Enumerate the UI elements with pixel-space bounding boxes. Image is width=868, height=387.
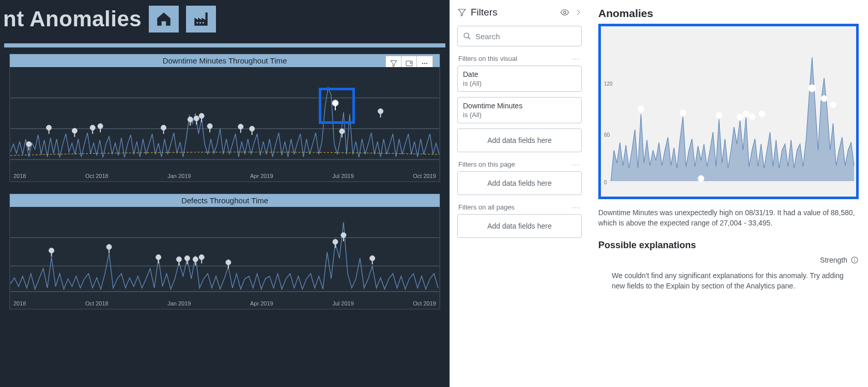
svg-point-29 bbox=[184, 256, 190, 261]
add-fields-visual[interactable]: Add data fields here bbox=[457, 128, 582, 152]
report-title: nt Anomalies bbox=[0, 7, 142, 31]
eye-icon[interactable] bbox=[560, 8, 569, 17]
svg-point-43 bbox=[743, 111, 749, 117]
svg-point-3 bbox=[426, 63, 427, 64]
filter-value: is (All) bbox=[463, 79, 576, 87]
svg-point-49 bbox=[698, 175, 704, 182]
funnel-icon bbox=[390, 59, 398, 68]
svg-point-20 bbox=[339, 128, 345, 134]
xtick: Oct 2019 bbox=[413, 300, 436, 307]
explanation-text: We couldn't find any significant explana… bbox=[598, 270, 859, 292]
downtime-chart-card[interactable]: Downtime Minutes Throughout Time bbox=[9, 54, 440, 182]
chart-title: Defects Throughout Time bbox=[10, 194, 440, 207]
xtick: Oct 2018 bbox=[85, 300, 109, 307]
x-axis-ticks: 2018 Oct 2018 Jan 2019 Apr 2019 Jul 2019… bbox=[10, 300, 439, 307]
svg-point-10 bbox=[90, 125, 95, 130]
xtick: Jan 2019 bbox=[167, 173, 191, 179]
svg-point-2 bbox=[424, 63, 425, 64]
svg-point-7 bbox=[26, 141, 32, 147]
xtick: Oct 2018 bbox=[85, 173, 109, 179]
svg-point-36 bbox=[564, 11, 566, 14]
filter-value: is (All) bbox=[463, 111, 576, 119]
svg-point-45 bbox=[759, 111, 765, 117]
svg-point-47 bbox=[821, 95, 827, 102]
home-icon bbox=[155, 10, 173, 28]
anomaly-description: Downtime Minutes was unexpectedly high o… bbox=[598, 207, 859, 229]
svg-point-39 bbox=[638, 106, 644, 112]
filter-name: Date bbox=[463, 70, 576, 78]
svg-point-9 bbox=[72, 128, 77, 133]
strength-header: Strength bbox=[598, 256, 859, 264]
svg-point-21 bbox=[378, 109, 383, 114]
info-icon[interactable] bbox=[850, 256, 859, 264]
anomalies-mini-chart[interactable]: 120 60 0 bbox=[598, 24, 859, 199]
filters-pane: Filters Search Filters on this visual···… bbox=[450, 0, 589, 387]
factory-icon bbox=[192, 10, 210, 28]
xtick: Oct 2019 bbox=[413, 173, 436, 179]
header-divider bbox=[4, 43, 445, 47]
xtick: Apr 2019 bbox=[250, 173, 273, 179]
svg-point-27 bbox=[156, 255, 161, 260]
xtick: Apr 2019 bbox=[250, 300, 273, 307]
add-fields-all[interactable]: Add data fields here bbox=[457, 214, 582, 238]
svg-point-41 bbox=[716, 112, 722, 118]
svg-point-1 bbox=[422, 63, 423, 64]
filters-on-all-section: Filters on all pages··· Add data fields … bbox=[457, 203, 582, 238]
svg-point-35 bbox=[370, 256, 375, 261]
defects-chart-area[interactable]: 2018 Oct 2018 Jan 2019 Apr 2019 Jul 2019… bbox=[10, 207, 440, 309]
xtick: 2018 bbox=[13, 300, 26, 307]
svg-point-48 bbox=[830, 102, 836, 108]
chevron-right-icon[interactable] bbox=[575, 9, 582, 16]
filter-card-downtime[interactable]: Downtime Minutes is (All) bbox=[457, 97, 582, 123]
defects-chart-card[interactable]: Defects Throughout Time 2018 bbox=[9, 194, 440, 310]
search-icon bbox=[463, 32, 471, 40]
svg-point-16 bbox=[207, 124, 212, 129]
svg-point-46 bbox=[809, 85, 816, 92]
strength-label: Strength bbox=[820, 256, 847, 264]
svg-point-44 bbox=[749, 114, 755, 120]
section-label: Filters on this visual bbox=[458, 55, 517, 62]
section-more-icon[interactable]: ··· bbox=[572, 55, 581, 62]
section-more-icon[interactable]: ··· bbox=[572, 203, 581, 211]
selected-anomaly-highlight bbox=[319, 88, 355, 124]
search-placeholder: Search bbox=[475, 32, 500, 41]
svg-point-12 bbox=[161, 125, 166, 130]
filters-on-page-section: Filters on this page··· Add data fields … bbox=[457, 160, 582, 195]
downtime-chart-area[interactable]: 2018 Oct 2018 Jan 2019 Apr 2019 Jul 2019… bbox=[10, 67, 440, 182]
svg-point-33 bbox=[333, 239, 338, 245]
filters-search-input[interactable]: Search bbox=[457, 26, 582, 46]
focus-mode-icon bbox=[405, 59, 413, 68]
filters-header: Filters bbox=[457, 0, 582, 25]
anomalies-pane: Anomalies 120 60 0 Downtime Minutes was … bbox=[589, 0, 868, 387]
more-icon bbox=[421, 59, 429, 68]
anomalies-title: Anomalies bbox=[598, 7, 859, 20]
svg-point-17 bbox=[238, 124, 243, 130]
filter-name: Downtime Minutes bbox=[463, 102, 576, 110]
filters-on-visual-section: Filters on this visual··· Date is (All) … bbox=[457, 55, 582, 152]
section-label: Filters on this page bbox=[458, 160, 515, 168]
section-more-icon[interactable]: ··· bbox=[572, 160, 581, 168]
dashboard-header: nt Anomalies bbox=[0, 0, 450, 38]
svg-point-18 bbox=[250, 126, 255, 131]
x-axis-ticks: 2018 Oct 2018 Jan 2019 Apr 2019 Jul 2019… bbox=[10, 173, 439, 179]
downtime-chart-svg bbox=[10, 67, 439, 181]
svg-point-26 bbox=[106, 245, 112, 250]
svg-point-15 bbox=[199, 114, 204, 119]
funnel-icon bbox=[457, 8, 467, 17]
defects-chart-svg bbox=[10, 207, 439, 309]
section-label: Filters on all pages bbox=[458, 203, 515, 211]
anomalies-mini-svg bbox=[601, 26, 856, 197]
dashboard-canvas: nt Anomalies Downtime Minutes Throughout… bbox=[0, 0, 450, 387]
nav-factory-button[interactable] bbox=[186, 6, 216, 33]
nav-home-button[interactable] bbox=[149, 6, 179, 33]
svg-point-40 bbox=[680, 110, 686, 116]
svg-point-8 bbox=[47, 125, 52, 130]
add-fields-page[interactable]: Add data fields here bbox=[457, 171, 582, 195]
xtick: Jul 2019 bbox=[332, 300, 354, 307]
filter-card-date[interactable]: Date is (All) bbox=[457, 66, 582, 92]
svg-point-30 bbox=[193, 257, 198, 262]
svg-point-34 bbox=[341, 233, 346, 238]
xtick: Jan 2019 bbox=[167, 300, 191, 307]
svg-marker-38 bbox=[611, 57, 854, 181]
svg-point-28 bbox=[176, 257, 181, 262]
